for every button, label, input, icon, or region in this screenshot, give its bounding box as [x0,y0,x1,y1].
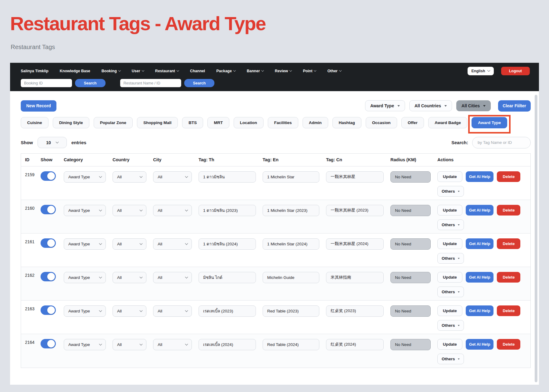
show-toggle[interactable] [41,339,56,348]
delete-button[interactable]: Delete [497,339,520,350]
others-button[interactable]: Others [437,320,464,331]
nav-menu-item[interactable]: Booking [102,69,120,73]
update-button[interactable]: Update [437,171,462,182]
tag-cn-input[interactable] [326,272,384,283]
nav-menu-item[interactable]: Banner [247,69,264,73]
tag-cn-input[interactable] [326,238,384,250]
nav-menu-item[interactable]: Review [275,69,292,73]
tag-en-input[interactable] [263,339,319,350]
award-type-filter-dropdown[interactable]: Award Type [365,100,405,111]
delete-button[interactable]: Delete [497,238,520,249]
tag-category-tab[interactable]: Occasion [366,117,397,128]
restaurant-search-button[interactable]: Search [184,79,215,87]
table-search-input[interactable] [472,137,531,148]
countries-filter-dropdown[interactable]: All Countries [409,100,452,111]
nav-menu-item[interactable]: Salinya Timklip [21,69,48,73]
tag-th-input[interactable] [199,171,256,183]
category-select[interactable]: Award Type [64,305,106,317]
nav-menu-item[interactable]: Knowledge Base [60,69,90,73]
tag-category-tab[interactable]: Hashtag [332,117,361,128]
tag-en-input[interactable] [263,205,319,216]
tag-en-input[interactable] [263,272,319,283]
country-select[interactable]: All [113,205,146,216]
tag-category-tab[interactable]: Facilities [268,117,298,128]
city-select[interactable]: All [153,238,192,250]
booking-id-input[interactable] [21,79,72,87]
nav-menu-item[interactable]: User [132,69,144,73]
tag-th-input[interactable] [199,305,256,317]
nav-menu-item[interactable]: Other [327,69,341,73]
get-ai-help-button[interactable]: Get AI Help [466,238,494,249]
get-ai-help-button[interactable]: Get AI Help [466,171,494,182]
country-select[interactable]: All [113,171,146,183]
language-select[interactable]: English [468,67,494,75]
show-toggle[interactable] [41,272,56,281]
tag-category-tab[interactable]: Dining Style [53,117,89,128]
tag-th-input[interactable] [199,205,256,216]
entries-count-select[interactable]: 10 [38,137,67,148]
city-select[interactable]: All [153,272,192,283]
logout-button[interactable]: Logout [501,67,530,75]
nav-menu-item[interactable]: Restaurant [155,69,179,73]
update-button[interactable]: Update [437,205,462,216]
city-select[interactable]: All [153,339,192,350]
tag-cn-input[interactable] [326,305,384,317]
delete-button[interactable]: Delete [497,171,520,182]
category-select[interactable]: Award Type [64,272,106,283]
category-select[interactable]: Award Type [64,339,106,350]
tag-cn-input[interactable] [326,205,384,216]
delete-button[interactable]: Delete [497,305,520,316]
update-button[interactable]: Update [437,339,462,350]
show-toggle[interactable] [41,205,56,214]
tag-category-tab[interactable]: Admin [303,117,328,128]
city-select[interactable]: All [153,205,192,216]
tag-category-tab[interactable]: Offer [401,117,424,128]
tag-category-tab[interactable]: BTS [182,117,203,128]
tag-cn-input[interactable] [326,339,384,350]
get-ai-help-button[interactable]: Get AI Help [466,339,494,350]
country-select[interactable]: All [113,339,146,350]
others-button[interactable]: Others [437,287,464,297]
cities-filter-dropdown[interactable]: All Cities [456,100,491,111]
tag-th-input[interactable] [199,339,256,350]
tag-cn-input[interactable] [326,171,384,183]
update-button[interactable]: Update [437,238,462,249]
get-ai-help-button[interactable]: Get AI Help [466,205,494,216]
tag-en-input[interactable] [263,171,319,183]
others-button[interactable]: Others [437,354,464,364]
tag-category-tab[interactable]: Cuisine [21,117,48,128]
tag-category-tab[interactable]: Shopping Mall [137,117,178,128]
booking-search-button[interactable]: Search [75,79,106,87]
get-ai-help-button[interactable]: Get AI Help [466,272,494,283]
tag-category-tab[interactable]: Location [234,117,264,128]
nav-menu-item[interactable]: Package [216,69,235,73]
restaurant-name-input[interactable] [120,79,181,87]
category-select[interactable]: Award Type [64,171,106,183]
show-toggle[interactable] [41,238,56,248]
delete-button[interactable]: Delete [497,272,520,283]
tag-category-tab[interactable]: Award Badge [428,117,467,128]
tag-en-input[interactable] [263,238,319,250]
tag-category-tab[interactable]: Award Type [472,117,507,128]
others-button[interactable]: Others [437,253,464,264]
tag-en-input[interactable] [263,305,319,317]
update-button[interactable]: Update [437,305,462,316]
country-select[interactable]: All [113,272,146,283]
country-select[interactable]: All [113,238,146,250]
country-select[interactable]: All [113,305,146,317]
city-select[interactable]: All [153,305,192,317]
nav-menu-item[interactable]: Point [303,69,316,73]
others-button[interactable]: Others [437,186,464,197]
delete-button[interactable]: Delete [497,205,520,216]
clear-filter-button[interactable]: Clear Fiilter [498,100,531,112]
show-toggle[interactable] [41,171,56,181]
get-ai-help-button[interactable]: Get AI Help [466,305,494,316]
category-select[interactable]: Award Type [64,238,106,250]
tag-category-tab[interactable]: Popular Zone [94,117,133,128]
tag-category-tab[interactable]: MRT [207,117,229,128]
nav-menu-item[interactable]: Channel [190,69,205,73]
update-button[interactable]: Update [437,272,462,283]
vertical-scrollbar[interactable] [535,95,537,382]
tag-th-input[interactable] [199,272,256,283]
category-select[interactable]: Award Type [64,205,106,216]
